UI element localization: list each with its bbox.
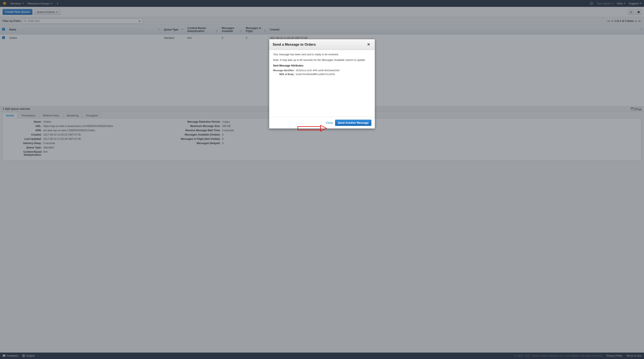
msg-id-value: d22b2eca-2c01-4f42-ae58-db42a8ad18ef: [294, 69, 340, 72]
msg-id-label: Message Identifier:: [273, 69, 294, 72]
modal-footer: Close Send Another Message: [269, 117, 375, 128]
note-prefix: Note: It may take up to 60 seconds for t…: [273, 58, 322, 61]
modal-body: Your message has been sent and is ready …: [269, 50, 375, 117]
send-message-modal: Send a Message to Orders ✕ Your message …: [269, 39, 375, 129]
modal-header: Send a Message to Orders ✕: [269, 39, 375, 50]
note-suffix: column to update.: [344, 58, 366, 61]
modal-close-button[interactable]: ✕: [366, 42, 371, 47]
modal-close-link[interactable]: Close: [326, 121, 333, 124]
modal-title: Send a Message to Orders: [273, 43, 316, 46]
modal-sent-text: Your message has been sent and is ready …: [273, 53, 371, 56]
modal-note-text: Note: It may take up to 60 seconds for t…: [273, 58, 371, 61]
note-em: Messages Available: [322, 58, 344, 61]
modal-overlay: Send a Message to Orders ✕ Your message …: [0, 0, 644, 162]
send-another-button[interactable]: Send Another Message: [335, 120, 371, 126]
md5-value: b2afa764168e9dfff8c1a09b7b1c0293: [294, 73, 335, 75]
md5-label: MD5 of Body:: [273, 73, 294, 75]
modal-attr-header: Sent Message Attributes:: [273, 64, 371, 67]
